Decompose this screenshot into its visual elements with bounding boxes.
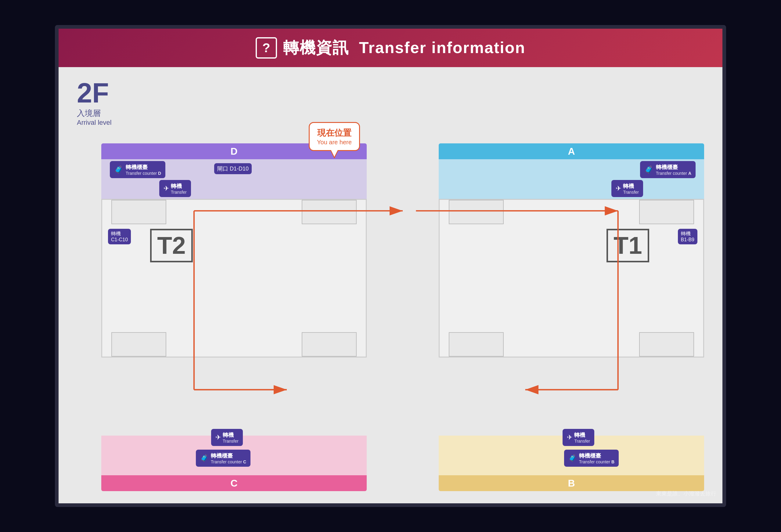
- zone-b-label: B: [568, 478, 575, 489]
- gates-d-text: 閘口 D1-D10: [217, 165, 249, 172]
- terminal-t1-label: T1: [607, 229, 649, 262]
- gates-d-badge: 閘口 D1-D10: [214, 163, 252, 174]
- watermark: 東東是誰、小潑潑去旅行: [656, 490, 716, 497]
- gates-b-badge: 轉機 B1-B9: [678, 229, 697, 244]
- floor-indicator: 2F 入境層 Arrival level: [77, 79, 112, 127]
- transfer-counter-b-badge: 🧳 轉機櫃臺 Transfer counter B: [564, 450, 619, 467]
- transfer-counter-c-title: 轉機櫃臺: [211, 452, 246, 459]
- transfer-counter-d-title: 轉機櫃臺: [126, 164, 161, 171]
- you-are-here-chinese: 現在位置: [317, 127, 352, 139]
- transfer-counter-b-sub: Transfer counter B: [579, 459, 614, 464]
- you-are-here-bubble: 現在位置 You are here: [309, 122, 360, 151]
- transfer-counter-d-sub: Transfer counter D: [126, 171, 161, 176]
- transfer-b-badge: ✈ 轉機 Transfer: [563, 429, 594, 446]
- transfer-d-badge: ✈ 轉機 Transfer: [159, 180, 191, 197]
- you-are-here-english: You are here: [317, 139, 352, 146]
- header: ? 轉機資訊 Transfer information: [58, 29, 723, 67]
- terminal-map: D A: [101, 107, 704, 491]
- transfer-counter-c-sub: Transfer counter C: [211, 459, 246, 464]
- center-gap: [367, 144, 391, 397]
- screen: ? 轉機資訊 Transfer information 2F 入境層 Arriv…: [55, 25, 726, 507]
- zone-a-label: A: [568, 146, 575, 157]
- transfer-c-badge: ✈ 轉機 Transfer: [211, 429, 243, 446]
- floor-number: 2F: [77, 79, 112, 107]
- transfer-counter-a-sub: Transfer counter A: [656, 171, 691, 176]
- transfer-counter-c-badge: 🧳 轉機櫃臺 Transfer counter C: [196, 450, 250, 467]
- zone-d-label: D: [230, 146, 237, 157]
- map-area: 2F 入境層 Arrival level 現在位置 You are here D…: [58, 67, 723, 503]
- info-icon: ?: [256, 37, 277, 58]
- zone-a-bar: A: [439, 144, 704, 159]
- floor-chinese: 入境層: [77, 108, 112, 119]
- zone-b-bar: B: [439, 475, 704, 491]
- transfer-counter-a-badge: 🧳 轉機櫃臺 Transfer counter A: [640, 161, 696, 178]
- terminal-t1: [439, 199, 704, 358]
- gates-c-badge: 轉機 C1-C10: [108, 229, 131, 244]
- transfer-counter-a-title: 轉機櫃臺: [656, 164, 691, 171]
- header-title: 轉機資訊 Transfer information: [283, 37, 526, 58]
- floor-english: Arrival level: [77, 119, 112, 127]
- transfer-counter-d-badge: 🧳 轉機櫃臺 Transfer counter D: [110, 161, 165, 178]
- you-are-here-marker: 現在位置 You are here: [309, 122, 360, 151]
- terminal-t2-label: T2: [150, 229, 193, 262]
- terminal-t2: [101, 199, 367, 358]
- transfer-a-badge: ✈ 轉機 Transfer: [611, 180, 643, 197]
- zone-c-bar: C: [101, 475, 367, 491]
- zone-c-label: C: [230, 478, 237, 489]
- transfer-counter-b-title: 轉機櫃臺: [579, 452, 614, 459]
